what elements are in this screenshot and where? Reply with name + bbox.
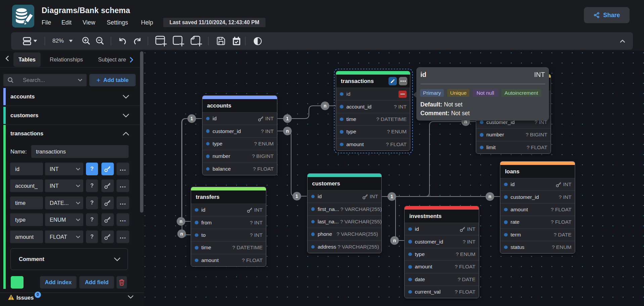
- svg-text:1: 1: [390, 194, 393, 199]
- svg-text:1: 1: [295, 193, 298, 199]
- svg-text:1: 1: [286, 116, 289, 121]
- svg-text:n: n: [393, 238, 396, 243]
- svg-text:n: n: [324, 103, 327, 108]
- svg-text:n: n: [286, 128, 289, 134]
- svg-text:n: n: [489, 194, 492, 199]
- svg-text:1: 1: [190, 116, 193, 121]
- svg-text:n: n: [180, 219, 183, 224]
- svg-text:n: n: [180, 231, 183, 236]
